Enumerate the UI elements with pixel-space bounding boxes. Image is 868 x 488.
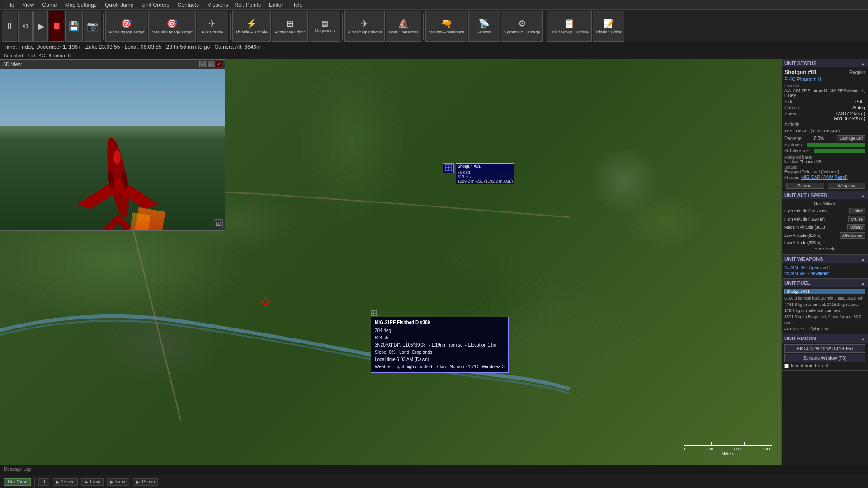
boat-ops-button[interactable]: ⛵ Boat Operations: [386, 11, 421, 42]
pause-bottom-button[interactable]: ⏸: [38, 478, 49, 486]
play-1min-button[interactable]: ▶ 1 min: [81, 478, 104, 486]
sep3: [342, 13, 343, 40]
sensors-window-button[interactable]: Sensors Window (F9): [784, 354, 865, 362]
3d-expand-button[interactable]: ⊞: [214, 219, 223, 228]
sep5: [545, 13, 545, 40]
mission-info: Mission: MIG CAP (AAW Patrol): [784, 175, 865, 180]
fuel-bar: Shotgun #01: [784, 289, 865, 294]
emcon-collapse[interactable]: ▲: [861, 336, 865, 341]
throttle-button[interactable]: ⚡ Throttle & Altitude: [232, 11, 271, 42]
unit-status-body: Shotgun #01 Regular F-4C Phantom II Load…: [782, 67, 868, 191]
pause-button[interactable]: ⏸: [2, 11, 17, 42]
main-content: 3D View − □ ×: [0, 59, 868, 465]
bottom-bar: Unit View ⏸ ▶ 15 sec ▶ 1 min ▶ 5 min ▶ 1…: [0, 475, 868, 488]
screenshot-button[interactable]: 📷: [84, 11, 101, 42]
mig-map-marker[interactable]: [260, 296, 271, 308]
play-15min-button[interactable]: ▶ 15 min: [133, 478, 158, 486]
weapon-sidewinder[interactable]: 4x AIM-9E Sidewinder: [784, 271, 865, 277]
scale-segment-3: [745, 445, 772, 446]
minimize-button[interactable]: −: [199, 61, 206, 67]
menu-contacts[interactable]: Contacts: [174, 1, 203, 9]
play-5min-button[interactable]: ▶ 5 min: [107, 478, 129, 486]
afterburner-button[interactable]: Afterburner: [840, 232, 865, 239]
weapon-sparrow[interactable]: 4x AIM-7E2 Sparrow III: [784, 265, 865, 271]
play-15sec-button[interactable]: ▶ 15 sec: [53, 478, 77, 486]
3d-view-content: MiG-21 (MiG-21PF Fishbed D) MiG-21 (MiG-…: [0, 69, 225, 230]
toolbar: ⏸ ×1 ▶ ⏹ 💾 📷 🎯 Auto Engage Target 🎯 Manu…: [0, 10, 868, 42]
menu-quick-jump[interactable]: Quick Jump: [101, 1, 137, 9]
plot-course-button[interactable]: ✈ Plot Course: [197, 11, 228, 42]
damage-ctrl-button[interactable]: Damage Ctrl: [837, 135, 865, 141]
unit-emcon-body: EMCON Window (Ctrl + F9) Sensors Window …: [782, 343, 868, 370]
unit-emcon-header[interactable]: UNIT EMCON ▲: [782, 334, 868, 343]
shotgun-map-marker[interactable]: Shotgun #01 76 deg513 kts1289.2 m ASL (1…: [443, 163, 514, 184]
mounts-weapons-button[interactable]: 🔫 Mounts & Weapons: [425, 11, 467, 42]
shotgun-icon: [443, 163, 454, 173]
alt-speed-collapse[interactable]: ▲: [861, 193, 865, 198]
unit-alt-speed-header[interactable]: UNIT ALT / SPEED ▲: [782, 191, 868, 199]
menu-editor[interactable]: Editor: [265, 1, 287, 9]
stop-button[interactable]: ⏹: [49, 11, 64, 42]
scale-tick-right: [772, 442, 772, 446]
menu-view[interactable]: View: [19, 1, 38, 9]
fuel-collapse[interactable]: ▲: [861, 281, 865, 286]
magazines-button[interactable]: ▤ Magazines: [309, 11, 340, 42]
map-tooltip: MiG-21PF Fishbed D #389 304 deg 524 kts …: [371, 317, 509, 373]
menu-help[interactable]: Help: [288, 1, 306, 9]
unit-view-button[interactable]: Unit View: [4, 478, 31, 486]
scale-segment-2: [712, 445, 744, 446]
formation-editor-button[interactable]: ⊞ Formation Editor: [272, 11, 308, 42]
menu-game[interactable]: Game: [38, 1, 61, 9]
menu-map-settings[interactable]: Map Settings: [61, 1, 100, 9]
sensors-button[interactable]: 📡 Sensors: [468, 11, 500, 42]
auto-engage-button[interactable]: 🎯 Auto Engage Target: [105, 11, 147, 42]
playback-controls: ⏸ ×1 ▶ ⏹ 💾 📷: [2, 11, 101, 42]
selected-label: Selected:: [4, 53, 24, 58]
unit-status-header[interactable]: UNIT STATUS ▲: [782, 59, 868, 67]
menu-missions[interactable]: Missions + Ref. Points: [203, 1, 264, 9]
cruise-button[interactable]: Cruise: [848, 216, 865, 222]
unit-fuel-header[interactable]: UNIT FUEL ▲: [782, 279, 868, 287]
unit-status-collapse[interactable]: ▲: [861, 61, 865, 66]
time-bar: Time: Friday, December 1, 1967 · Zulu: 2…: [0, 42, 868, 52]
loadout-value: A/A: AIM-7E Sparrow III, AIM-9E Sidewind…: [784, 89, 865, 98]
unit-fuel-section: UNIT FUEL ▲ Shotgun #01 6760.8 kg total …: [782, 279, 868, 334]
speed-x1-button[interactable]: ×1: [18, 11, 33, 42]
message-log-bar: Message Log: [0, 465, 868, 475]
play-button[interactable]: ▶: [33, 11, 48, 42]
shotgun-details: 76 deg513 kts1289.2 m ASL (1192.2 m AGL): [456, 169, 514, 184]
selected-bar: Selected: 1x F-4C Phantom II: [0, 52, 868, 59]
save-button[interactable]: 💾: [65, 11, 83, 42]
weapons-tab-button[interactable]: Weapons: [828, 183, 866, 189]
sep1: [103, 13, 104, 40]
systems-damage-button[interactable]: ⚙ Systems & Damage: [501, 11, 543, 42]
menu-file[interactable]: File: [2, 1, 18, 9]
inherit-checkbox[interactable]: [784, 364, 789, 368]
maximize-button[interactable]: □: [208, 61, 214, 67]
loadout-label: Loadout:: [784, 84, 865, 88]
map-area[interactable]: 3D View − □ ×: [0, 59, 781, 465]
military-button[interactable]: Military: [847, 224, 866, 230]
shotgun-label: Shotgun #01 76 deg513 kts1289.2 m ASL (1…: [456, 163, 514, 184]
unit-weapons-section: UNIT WEAPONS ▲ 4x AIM-7E2 Sparrow III 4x…: [782, 255, 868, 279]
doctrine-button[interactable]: 📋 Unit / Group Doctrine: [547, 11, 592, 42]
weapons-collapse[interactable]: ▲: [861, 257, 865, 262]
menu-unit-orders[interactable]: Unit Orders: [138, 1, 173, 9]
unit-weapons-header[interactable]: UNIT WEAPONS ▲: [782, 255, 868, 263]
mission-editor-button[interactable]: 📝 Mission Editor: [593, 11, 625, 42]
base-info: Assigned base: Nakhon Phanom AB: [784, 155, 865, 164]
mig-location-marker[interactable]: [371, 310, 377, 317]
close-button[interactable]: ×: [216, 61, 222, 67]
emcon-window-button[interactable]: EMCON Window (Ctrl + F9): [784, 344, 865, 353]
bottom-sep1: [34, 478, 35, 487]
unit-status-section: UNIT STATUS ▲ Shotgun #01 Regular F-4C P…: [782, 59, 868, 191]
selected-unit: 1x F-4C Phantom II: [28, 53, 71, 58]
sensors-tab-button[interactable]: Sensors: [786, 183, 824, 189]
menu-bar: File View Game Map Settings Quick Jump U…: [0, 0, 868, 10]
unit-weapons-body: 4x AIM-7E2 Sparrow III 4x AIM-9E Sidewin…: [782, 263, 868, 278]
aircraft-ops-button[interactable]: ✈ Aircraft Operations: [344, 11, 385, 42]
loiter-button[interactable]: Loiter: [849, 208, 865, 214]
manual-engage-button[interactable]: 🎯 Manual Engage Target: [148, 11, 195, 42]
g-tolerance-bar: [814, 149, 865, 153]
scale-bar: 0 500 1100 1600 Meters: [684, 442, 772, 456]
